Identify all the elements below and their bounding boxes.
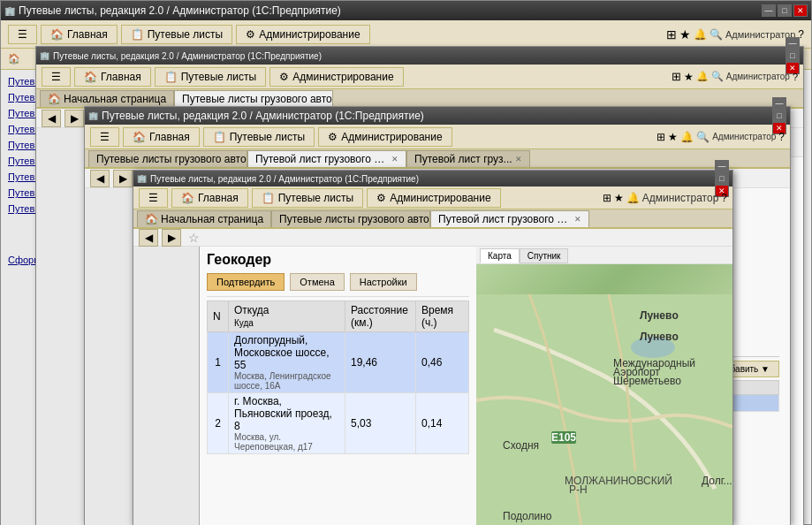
tab-waybills-4[interactable]: Путевые листы грузового автомобиля (форм… <box>271 210 430 227</box>
waybills-button-2[interactable]: 📋 Путевые листы <box>155 67 267 87</box>
home-label-4: Главная <box>198 192 239 204</box>
close-tab-3c[interactable]: ✕ <box>515 155 522 164</box>
user-label-3: Администратор <box>712 132 776 141</box>
home-button-1[interactable]: 🏠 Главная <box>41 25 118 44</box>
minimize-button-3[interactable]: — <box>772 97 786 110</box>
search-icon-2: 🔍 <box>711 71 724 82</box>
maximize-button-3[interactable]: □ <box>772 110 786 122</box>
map-label-podolino: Подолино <box>503 510 552 522</box>
geocol-dist: Расстояние (км.) <box>345 301 416 332</box>
forward-button-3[interactable]: ▶ <box>113 170 133 187</box>
geo-from-2: г. Москва, Пьяновский проезд, 8 <box>234 395 339 432</box>
waybills-button-1[interactable]: 📋 Путевые листы <box>121 25 233 44</box>
home-icon-tab-4: 🏠 <box>145 213 158 225</box>
search-icon-3: 🔍 <box>696 131 710 143</box>
maximize-button-1[interactable]: □ <box>778 4 792 17</box>
menu-button-1[interactable]: ☰ <box>8 25 37 44</box>
window-1-title: Путевые листы, редакция 2.0 / Администра… <box>15 4 762 17</box>
help-icon-3[interactable]: ? <box>778 131 785 143</box>
admin-button-3[interactable]: ⚙ Администрирование <box>318 127 452 147</box>
geo-from-1: Долгопрудный, Московское шоссе, 55 <box>234 334 339 371</box>
geo-row-2[interactable]: 2 г. Москва, Пьяновский проезд, 8 Москва… <box>208 393 469 454</box>
geo-n-2: 2 <box>208 393 229 454</box>
tab-home-4[interactable]: 🏠 Начальная страница <box>137 210 271 227</box>
win4-content: Геокодер Подтвердить Отмена Настройки N … <box>133 247 732 525</box>
cancel-button[interactable]: Отмена <box>290 273 344 291</box>
map-label-lunevo2: Луневo <box>640 331 679 343</box>
forward-button-2[interactable]: ▶ <box>65 110 84 127</box>
home-button-2[interactable]: 🏠 Главная <box>74 67 151 87</box>
titlebar-2: 🏢 Путевые листы, редакция 2.0 / Админист… <box>36 47 803 65</box>
forward-button-4[interactable]: ▶ <box>162 229 181 247</box>
menu-button-3[interactable]: ☰ <box>90 127 119 147</box>
tab-doc-4c[interactable]: Путевой лист грузового автомобиля (форма… <box>430 210 589 229</box>
menu-button-4[interactable]: ☰ <box>139 188 168 208</box>
star-icon-4[interactable]: ★ <box>614 192 624 204</box>
home-icon-2: 🏠 <box>84 71 97 83</box>
map-tabs: Карта Спутник <box>476 247 732 264</box>
favorite-button-4[interactable]: ☆ <box>185 229 202 247</box>
maximize-button-2[interactable]: □ <box>785 49 800 62</box>
bell-icon-4: 🔔 <box>626 192 640 204</box>
help-icon-2[interactable]: ? <box>793 72 798 82</box>
nav-4: ◀ ▶ ☆ <box>133 229 732 247</box>
admin-label-3: Администрирование <box>341 131 442 143</box>
search-icon-1: 🔍 <box>710 28 723 41</box>
waybills-icon: 📋 <box>131 28 144 41</box>
geo-row-1[interactable]: 1 Долгопрудный, Московское шоссе, 55 Мос… <box>208 332 469 393</box>
help-icon-4[interactable]: ? <box>721 192 727 204</box>
close-button-1[interactable]: ✕ <box>793 4 808 17</box>
settings-button[interactable]: Настройки <box>350 273 417 291</box>
waybills-label-4: Путевые листы <box>278 192 354 204</box>
menu-button-2[interactable]: ☰ <box>42 67 71 87</box>
tab-doc-3b[interactable]: Путевой лист грузового автомобиля (форма… <box>247 150 406 169</box>
titlebar-4: 🏢 Путевые листы, редакция 2.0 / Админист… <box>133 171 732 186</box>
geo-time-1: 0,46 <box>416 332 469 393</box>
star-icon-3[interactable]: ★ <box>668 131 678 143</box>
geocoder-table: N ОткудаКуда Расстояние (км.) Время (ч.)… <box>207 301 469 454</box>
user-label-2: Администратор <box>726 72 790 81</box>
back-button-4[interactable]: ◀ <box>139 229 158 247</box>
star-icon-2[interactable]: ★ <box>684 71 694 83</box>
titlebar-3: 🏢 Путевые листы, редакция 2.0 / Админист… <box>85 107 790 125</box>
minimize-button-4[interactable]: — <box>715 160 729 172</box>
close-tab-4c[interactable]: ✕ <box>574 215 581 224</box>
admin-button-2[interactable]: ⚙ Администрирование <box>269 67 403 87</box>
waybills-button-4[interactable]: 📋 Путевые листы <box>252 188 364 208</box>
menu-icon: ☰ <box>18 28 27 41</box>
window-2-controls: — □ ✕ <box>785 37 800 74</box>
tab-waybills-3a[interactable]: Путевые листы грузового автомобиля (форм… <box>88 150 247 167</box>
admin-button-1[interactable]: ⚙ Администрирование <box>236 25 369 44</box>
geo-time-2: 0,14 <box>416 393 469 454</box>
home-button-3[interactable]: 🏠 Главная <box>123 127 200 147</box>
toolbar-2: ☰ 🏠 Главная 📋 Путевые листы ⚙ Администри… <box>36 65 803 89</box>
back-button-2[interactable]: ◀ <box>42 110 61 127</box>
win4-sidebar <box>133 247 200 525</box>
close-tab-3b[interactable]: ✕ <box>391 155 398 164</box>
user-label-4: Администратор <box>642 192 719 204</box>
admin-label: Администрирование <box>259 28 360 41</box>
waybills-button-3[interactable]: 📋 Путевые листы <box>203 127 315 147</box>
minimize-button-2[interactable]: — <box>785 37 800 49</box>
geo-dist-1: 19,46 <box>345 332 416 393</box>
back-button-3[interactable]: ◀ <box>90 170 110 187</box>
tab-label-3b: Путевой лист грузового автомобиля (форма… <box>255 153 389 165</box>
geocol-from: ОткудаКуда <box>229 301 345 332</box>
home-icon: 🏠 <box>50 28 64 41</box>
home-label-3: Главная <box>149 131 190 143</box>
home-icon-3: 🏠 <box>133 131 146 143</box>
confirm-button[interactable]: Подтвердить <box>207 273 285 291</box>
maximize-button-4[interactable]: □ <box>715 172 729 185</box>
map-tab-satellite[interactable]: Спутник <box>520 248 569 263</box>
map-tab-card[interactable]: Карта <box>480 248 520 263</box>
tab-doc-3c[interactable]: Путевой лист груз... ✕ <box>406 150 530 167</box>
grid-icon-4: ⊞ <box>603 192 611 204</box>
gear-icon-4: ⚙ <box>376 192 386 204</box>
star-icon-1[interactable]: ★ <box>679 27 691 42</box>
home-button-4[interactable]: 🏠 Главная <box>171 188 248 208</box>
admin-button-4[interactable]: ⚙ Администрирование <box>367 188 500 208</box>
gear-icon-3: ⚙ <box>328 131 338 143</box>
map-area: Карта Спутник <box>476 247 732 525</box>
tab-home-2[interactable]: 🏠 Начальная страница <box>40 90 174 107</box>
minimize-button-1[interactable]: — <box>762 4 776 17</box>
